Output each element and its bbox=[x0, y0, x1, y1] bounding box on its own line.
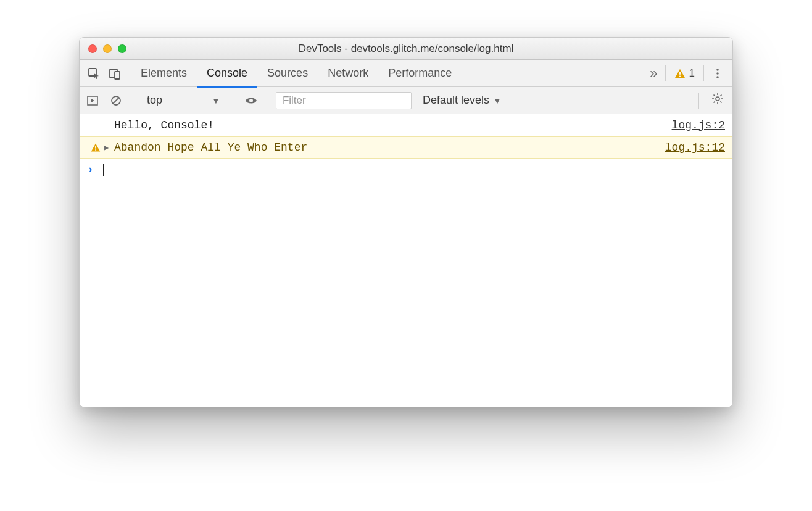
svg-point-11 bbox=[249, 99, 253, 102]
traffic-lights bbox=[88, 44, 126, 53]
svg-line-10 bbox=[113, 98, 119, 104]
console-row: ▶ Abandon Hope All Ye Who Enter log.js:1… bbox=[80, 136, 732, 159]
svg-point-6 bbox=[716, 72, 719, 75]
svg-line-19 bbox=[714, 101, 715, 102]
separator bbox=[234, 93, 234, 109]
source-link[interactable]: log.js:12 bbox=[665, 141, 725, 154]
titlebar: DevTools - devtools.glitch.me/console/lo… bbox=[80, 38, 732, 60]
svg-point-7 bbox=[716, 76, 719, 78]
expand-toggle[interactable]: ▶ bbox=[104, 143, 114, 152]
svg-rect-3 bbox=[679, 72, 681, 75]
clear-console-icon[interactable] bbox=[107, 91, 125, 110]
log-levels-label: Default levels bbox=[423, 94, 489, 107]
separator bbox=[133, 93, 133, 109]
separator bbox=[128, 65, 128, 81]
zoom-window-button[interactable] bbox=[118, 44, 126, 53]
warnings-counter[interactable]: 1 bbox=[668, 67, 701, 80]
svg-rect-4 bbox=[679, 75, 681, 77]
tab-elements[interactable]: Elements bbox=[131, 60, 197, 88]
log-levels-selector[interactable]: Default levels ▼ bbox=[423, 94, 502, 107]
inspect-element-icon[interactable] bbox=[83, 60, 104, 87]
source-link[interactable]: log.js:2 bbox=[672, 119, 725, 131]
close-window-button[interactable] bbox=[88, 44, 97, 53]
tab-network[interactable]: Network bbox=[318, 60, 378, 88]
tabs-overflow-button[interactable]: » bbox=[645, 65, 662, 81]
context-selector[interactable]: top ▼ bbox=[141, 91, 226, 110]
svg-line-18 bbox=[720, 101, 721, 102]
text-cursor bbox=[103, 164, 104, 176]
minimize-window-button[interactable] bbox=[103, 44, 112, 53]
separator bbox=[268, 93, 268, 109]
svg-line-17 bbox=[714, 95, 715, 96]
svg-rect-22 bbox=[95, 149, 96, 151]
separator bbox=[703, 65, 704, 81]
console-row: Hello, Console! log.js:2 bbox=[80, 114, 732, 136]
svg-point-5 bbox=[716, 69, 719, 71]
console-settings-button[interactable] bbox=[706, 93, 729, 108]
svg-rect-21 bbox=[95, 146, 96, 149]
svg-line-20 bbox=[720, 95, 721, 96]
log-message: Abandon Hope All Ye Who Enter bbox=[114, 141, 665, 154]
console-toolbar: top ▼ Default levels ▼ bbox=[80, 87, 732, 114]
devtools-window: DevTools - devtools.glitch.me/console/lo… bbox=[79, 37, 733, 407]
console-output: Hello, Console! log.js:2 ▶ Abandon Hope … bbox=[80, 114, 732, 407]
row-gutter bbox=[87, 143, 104, 152]
tab-strip: Elements Console Sources Network Perform… bbox=[80, 60, 732, 87]
window-title: DevTools - devtools.glitch.me/console/lo… bbox=[80, 43, 732, 55]
separator bbox=[665, 65, 666, 81]
chevron-down-icon: ▼ bbox=[493, 96, 502, 106]
more-options-button[interactable] bbox=[706, 67, 729, 80]
filter-input[interactable] bbox=[276, 92, 412, 109]
warnings-count: 1 bbox=[689, 67, 695, 80]
prompt-caret-icon: › bbox=[87, 164, 99, 176]
context-label: top bbox=[147, 94, 162, 107]
log-message: Hello, Console! bbox=[114, 119, 672, 131]
warning-icon bbox=[674, 68, 686, 79]
warning-icon bbox=[91, 143, 101, 152]
svg-point-12 bbox=[716, 97, 719, 101]
toggle-sidebar-icon[interactable] bbox=[83, 91, 102, 110]
tab-performance[interactable]: Performance bbox=[378, 60, 462, 88]
chevron-down-icon: ▼ bbox=[212, 96, 220, 106]
svg-rect-2 bbox=[115, 72, 120, 79]
device-toolbar-icon[interactable] bbox=[104, 60, 125, 87]
tab-sources[interactable]: Sources bbox=[257, 60, 318, 88]
separator bbox=[698, 93, 699, 109]
gear-icon bbox=[711, 93, 724, 105]
kebab-icon bbox=[711, 67, 724, 80]
tab-console[interactable]: Console bbox=[197, 60, 257, 88]
console-prompt[interactable]: › bbox=[80, 159, 732, 181]
live-expression-icon[interactable] bbox=[242, 91, 260, 110]
